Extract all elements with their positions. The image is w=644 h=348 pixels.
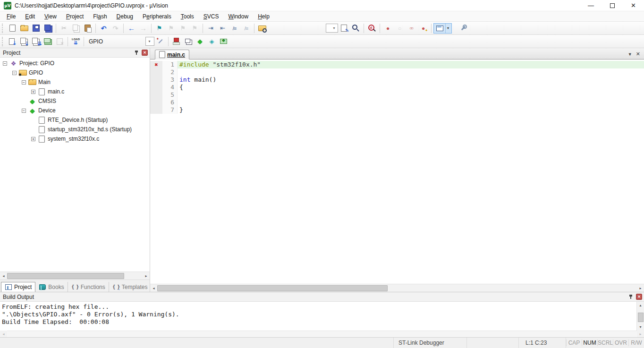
pack-installer-button[interactable]: [218, 36, 229, 47]
tree-expander-icon[interactable]: +: [31, 90, 35, 94]
target-select[interactable]: GPIO: [86, 37, 145, 46]
panel-tab-project[interactable]: Project: [1, 282, 35, 292]
tree-expander-icon[interactable]: −: [22, 80, 26, 85]
menu-svcs[interactable]: SVCS: [199, 12, 224, 21]
find-in-files-button[interactable]: [338, 23, 350, 34]
target-select-dropdown[interactable]: ▾: [145, 37, 154, 46]
prev-bookmark-button[interactable]: [177, 23, 189, 34]
menu-debug[interactable]: Debug: [112, 12, 138, 21]
build-output-hscrollbar[interactable]: ◂ ▸: [0, 331, 644, 337]
cut-button[interactable]: [58, 23, 70, 34]
scroll-thumb[interactable]: [638, 313, 644, 322]
bookmark-button[interactable]: [153, 23, 165, 34]
minimize-button[interactable]: —: [580, 0, 602, 11]
close-button[interactable]: ✕: [623, 0, 644, 11]
scroll-left-icon[interactable]: ◂: [0, 272, 7, 280]
panel-tab-books[interactable]: Books: [35, 282, 68, 292]
file-extensions-button[interactable]: [170, 36, 182, 47]
find-in-files-folder-button[interactable]: [256, 23, 268, 34]
build-button[interactable]: [18, 36, 30, 47]
tree-item-gpio[interactable]: −GPIO: [0, 68, 150, 77]
open-folder-button[interactable]: [18, 23, 30, 34]
scroll-thumb[interactable]: [7, 273, 124, 279]
tree-item-main-c[interactable]: +main.c: [0, 87, 150, 96]
scroll-right-icon[interactable]: ▸: [637, 285, 644, 292]
indent-button[interactable]: [205, 23, 217, 34]
build-output-pin-button[interactable]: [627, 293, 635, 300]
copy-button[interactable]: [70, 23, 82, 34]
redo-button[interactable]: [110, 23, 121, 34]
chevron-down-icon[interactable]: ▾: [330, 26, 338, 30]
tree-expander-icon[interactable]: −: [12, 71, 17, 75]
scroll-left-icon[interactable]: ◂: [0, 331, 7, 338]
tree-item-startup-stm32f10x-hd-s-startup[interactable]: startup_stm32f10x_hd.s (Startup): [0, 125, 150, 134]
close-document-icon[interactable]: ✕: [636, 51, 640, 57]
insert-breakpoint-button[interactable]: [382, 23, 394, 34]
build-output-log[interactable]: FromELF: creating hex file...".\Objects\…: [0, 302, 636, 331]
menu-view[interactable]: View: [40, 12, 61, 21]
menu-window[interactable]: Window: [223, 12, 253, 21]
batch-build-button[interactable]: [42, 36, 54, 47]
save-button[interactable]: [30, 23, 42, 34]
tab-main-c[interactable]: main.c: [155, 50, 189, 59]
comment-button[interactable]: [229, 23, 240, 34]
save-all-button[interactable]: [42, 23, 54, 34]
scroll-up-icon[interactable]: ▴: [637, 302, 644, 309]
download-button[interactable]: [70, 36, 82, 47]
tree-item-project-gpio[interactable]: −Project: GPIO: [0, 59, 150, 68]
code-editor[interactable]: ✖1#include "stm32f10x.h"23int main()4{56…: [150, 59, 644, 284]
tree-item-cmsis[interactable]: CMSIS: [0, 96, 150, 106]
tree-expander-icon[interactable]: −: [22, 109, 26, 113]
menu-project[interactable]: Project: [61, 12, 88, 21]
chevron-down-icon[interactable]: ▾: [445, 24, 450, 33]
undo-button[interactable]: [98, 23, 110, 34]
periodic-window-update-button[interactable]: ▾: [433, 23, 452, 34]
panel-tab-functions[interactable]: Functions: [68, 282, 109, 292]
project-tree-hscrollbar[interactable]: ◂ ▸: [0, 272, 150, 280]
build-output-close-button[interactable]: [636, 294, 642, 300]
tree-expander-icon[interactable]: −: [3, 61, 7, 66]
menu-tools[interactable]: Tools: [176, 12, 199, 21]
stop-build-button[interactable]: [54, 36, 66, 47]
configure-button[interactable]: [458, 23, 469, 34]
scroll-down-icon[interactable]: ▾: [637, 323, 644, 331]
rebuild-button[interactable]: [30, 36, 42, 47]
manage-rte-button[interactable]: [194, 36, 206, 47]
paste-button[interactable]: [82, 23, 93, 34]
navigate-forward-button[interactable]: [137, 23, 149, 34]
kill-all-breakpoints-button[interactable]: [417, 23, 429, 34]
scroll-right-icon[interactable]: ▸: [143, 272, 150, 280]
build-output-vscrollbar[interactable]: ▴ ▾: [636, 302, 644, 331]
clear-bookmarks-button[interactable]: [189, 23, 201, 34]
menu-edit[interactable]: Edit: [20, 12, 40, 21]
tree-item-main[interactable]: −Main: [0, 77, 150, 87]
translate-button[interactable]: [7, 36, 18, 47]
navigate-back-button[interactable]: [126, 23, 137, 34]
project-close-button[interactable]: [142, 50, 148, 56]
tab-list-dropdown-icon[interactable]: ▼: [628, 52, 632, 57]
scroll-right-icon[interactable]: ▸: [637, 331, 644, 338]
scroll-thumb[interactable]: [157, 285, 388, 291]
find-text-combo[interactable]: ▾: [326, 24, 338, 33]
tree-item-device[interactable]: −Device: [0, 106, 150, 115]
panel-tab-templates[interactable]: Templates: [109, 282, 152, 292]
tree-expander-icon[interactable]: +: [31, 137, 35, 141]
options-for-target-button[interactable]: [154, 36, 166, 47]
incremental-find-button[interactable]: [350, 23, 362, 34]
menu-file[interactable]: File: [2, 12, 20, 21]
uncomment-button[interactable]: [240, 23, 252, 34]
project-pin-button[interactable]: [133, 49, 140, 56]
toggle-breakpoint-button[interactable]: [394, 23, 406, 34]
tree-item-rte-device-h-startup[interactable]: RTE_Device.h (Startup): [0, 115, 150, 125]
manage-project-items-button[interactable]: [182, 36, 194, 47]
editor-hscrollbar[interactable]: ◂ ▸: [150, 284, 644, 292]
menu-help[interactable]: Help: [253, 12, 274, 21]
start-stop-debug-button[interactable]: [366, 23, 378, 34]
tree-item-system-stm32f10x-c[interactable]: +system_stm32f10x.c: [0, 134, 150, 144]
unindent-button[interactable]: [217, 23, 229, 34]
new-file-button[interactable]: [7, 23, 18, 34]
next-bookmark-button[interactable]: [165, 23, 177, 34]
disable-all-breakpoints-button[interactable]: [406, 23, 417, 34]
scroll-left-icon[interactable]: ◂: [150, 285, 157, 292]
select-software-packs-button[interactable]: [206, 36, 218, 47]
